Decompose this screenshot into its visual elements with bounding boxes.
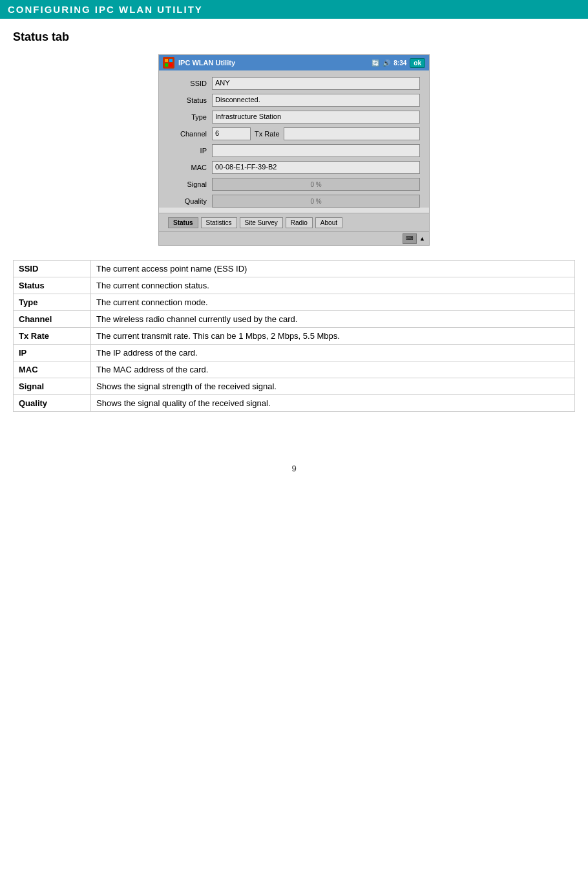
table-row: StatusThe current connection status. xyxy=(14,277,575,294)
ok-button[interactable]: ok xyxy=(410,58,425,68)
volume-icon: 🔊 xyxy=(383,59,390,67)
ip-label: IP xyxy=(168,147,212,155)
app-title-label: IPC WLAN Utility xyxy=(178,59,235,67)
type-value: Infrastructure Station xyxy=(212,111,420,124)
mac-label: MAC xyxy=(168,164,212,171)
ssid-value: ANY xyxy=(212,77,420,90)
definition-cell: The current access point name (ESS ID) xyxy=(91,261,575,277)
table-row: MACThe MAC address of the card. xyxy=(14,361,575,378)
term-cell: Status xyxy=(14,277,91,294)
status-label: Status xyxy=(168,96,212,104)
table-row: IPThe IP address of the card. xyxy=(14,345,575,361)
app-screenshot: IPC WLAN Utility 🔄 🔊 8:34 ok SSID ANY xyxy=(158,54,430,246)
term-cell: SSID xyxy=(14,261,91,277)
term-cell: Type xyxy=(14,294,91,311)
definition-cell: The MAC address of the card. xyxy=(91,361,575,378)
channel-label: Channel xyxy=(168,130,212,138)
mac-value: 00-08-E1-FF-39-B2 xyxy=(212,161,420,174)
tab-radio[interactable]: Radio xyxy=(286,217,313,228)
taskbar-left: IPC WLAN Utility xyxy=(163,57,235,69)
status-row: Status Disconnected. xyxy=(168,94,420,107)
table-row: SignalShows the signal strength of the r… xyxy=(14,378,575,395)
signal-value: 0 % xyxy=(212,178,420,191)
definition-cell: Shows the signal quality of the received… xyxy=(91,395,575,412)
keyboard-icon: ⌨ xyxy=(403,233,417,244)
definition-cell: The current transmit rate. This can be 1… xyxy=(91,328,575,345)
type-label: Type xyxy=(168,113,212,121)
screenshot-wrapper: IPC WLAN Utility 🔄 🔊 8:34 ok SSID ANY xyxy=(13,54,575,246)
taskbar-right: 🔄 🔊 8:34 ok xyxy=(372,58,425,68)
svg-rect-1 xyxy=(169,59,173,62)
arrow-up-icon: ▲ xyxy=(419,235,425,242)
definition-cell: Shows the signal strength of the receive… xyxy=(91,378,575,395)
definition-cell: The current connection mode. xyxy=(91,294,575,311)
svg-rect-3 xyxy=(169,63,173,67)
quality-row: Quality 0 % xyxy=(168,195,420,208)
table-row: Tx RateThe current transmit rate. This c… xyxy=(14,328,575,345)
description-table: SSIDThe current access point name (ESS I… xyxy=(13,260,575,412)
term-cell: Channel xyxy=(14,311,91,328)
quality-value: 0 % xyxy=(212,195,420,208)
table-row: ChannelThe wireless radio channel curren… xyxy=(14,311,575,328)
svg-rect-2 xyxy=(165,63,168,67)
quality-label: Quality xyxy=(168,197,212,205)
ip-value xyxy=(212,144,420,157)
definition-cell: The wireless radio channel currently use… xyxy=(91,311,575,328)
definition-cell: The IP address of the card. xyxy=(91,345,575,361)
table-row: TypeThe current connection mode. xyxy=(14,294,575,311)
term-cell: Tx Rate xyxy=(14,328,91,345)
definition-cell: The current connection status. xyxy=(91,277,575,294)
term-cell: Signal xyxy=(14,378,91,395)
page-number: 9 xyxy=(0,464,588,473)
tab-bar: Status Statistics Site Survey Radio Abou… xyxy=(159,213,429,231)
windows-logo-icon xyxy=(163,57,174,69)
sync-icon: 🔄 xyxy=(372,59,379,67)
app-taskbar: IPC WLAN Utility 🔄 🔊 8:34 ok xyxy=(159,55,429,70)
channel-value: 6 xyxy=(212,127,251,140)
txrate-label: Tx Rate xyxy=(251,130,284,138)
tab-about[interactable]: About xyxy=(315,217,342,228)
table-row: QualityShows the signal quality of the r… xyxy=(14,395,575,412)
txrate-value xyxy=(284,127,420,140)
channel-row: Channel 6 Tx Rate xyxy=(168,127,420,140)
content-area: Status tab IPC WLAN Utility xyxy=(0,19,588,438)
status-value: Disconnected. xyxy=(212,94,420,107)
term-cell: MAC xyxy=(14,361,91,378)
ssid-label: SSID xyxy=(168,80,212,87)
page-header: CONFIGURING IPC WLAN UTILITY xyxy=(0,0,588,19)
svg-rect-0 xyxy=(165,59,168,62)
section-title: Status tab xyxy=(13,30,575,44)
tab-status[interactable]: Status xyxy=(168,217,198,228)
signal-label: Signal xyxy=(168,180,212,188)
ip-row: IP xyxy=(168,144,420,157)
term-cell: IP xyxy=(14,345,91,361)
table-row: SSIDThe current access point name (ESS I… xyxy=(14,261,575,277)
term-cell: Quality xyxy=(14,395,91,412)
app-body: SSID ANY Status Disconnected. Type Infra… xyxy=(159,70,429,208)
ssid-row: SSID ANY xyxy=(168,77,420,90)
clock-time: 8:34 xyxy=(394,59,406,67)
bottom-bar: ⌨ ▲ xyxy=(159,231,429,245)
type-row: Type Infrastructure Station xyxy=(168,111,420,124)
tab-statistics[interactable]: Statistics xyxy=(201,217,237,228)
mac-row: MAC 00-08-E1-FF-39-B2 xyxy=(168,161,420,174)
tab-site-survey[interactable]: Site Survey xyxy=(240,217,283,228)
signal-row: Signal 0 % xyxy=(168,178,420,191)
